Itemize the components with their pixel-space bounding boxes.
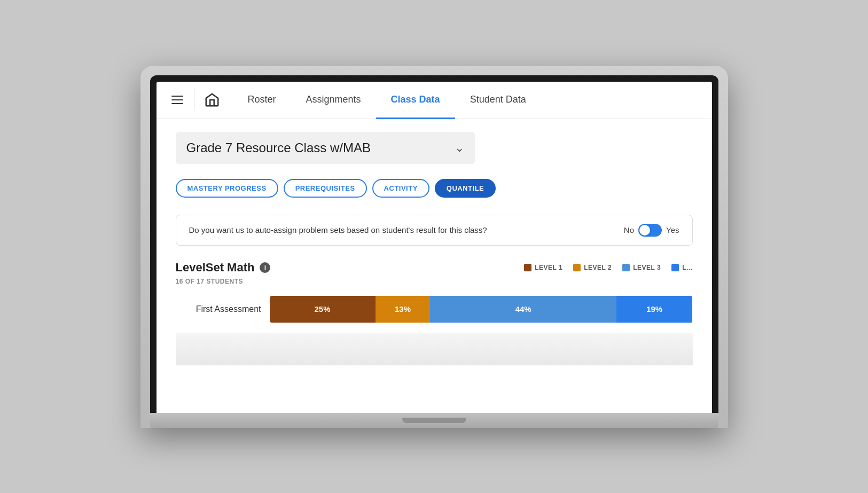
nav-assignments[interactable]: Assignments xyxy=(291,82,376,119)
legend-level3: LEVEL 3 xyxy=(622,264,661,271)
auto-assign-banner: Do you want us to auto-assign problem se… xyxy=(176,215,693,246)
legend-label-level3: LEVEL 3 xyxy=(633,264,661,271)
levelset-subtitle: 16 OF 17 STUDENTS xyxy=(176,278,693,285)
screen-bezel: Roster Assignments Class Data Student Da… xyxy=(150,75,718,413)
legend-label-level4: L... xyxy=(682,264,692,271)
main-content: Grade 7 Resource Class w/MAB ⌄ MASTERY P… xyxy=(157,119,712,378)
chevron-down-icon: ⌄ xyxy=(455,141,464,155)
nav-class-data[interactable]: Class Data xyxy=(376,82,455,119)
chart-row-label: First Assessment xyxy=(176,304,261,314)
nav-links: Roster Assignments Class Data Student Da… xyxy=(233,82,541,119)
toggle-yes-label: Yes xyxy=(666,225,679,234)
legend-dot-level3 xyxy=(622,264,630,271)
home-icon[interactable] xyxy=(204,92,220,108)
hamburger-menu[interactable] xyxy=(167,91,187,108)
bar-segment-3: 44% xyxy=(430,296,616,323)
legend: LEVEL 1 LEVEL 2 LEVEL 3 L... xyxy=(524,264,692,271)
nav-student-data[interactable]: Student Data xyxy=(455,82,541,119)
legend-level4: L... xyxy=(671,264,692,271)
nav-divider xyxy=(194,89,194,111)
bar-segment-1: 25% xyxy=(270,296,376,323)
toggle-wrapper: No Yes xyxy=(624,224,679,237)
tab-activity[interactable]: ACTIVITY xyxy=(372,179,429,198)
nav-roster[interactable]: Roster xyxy=(233,82,291,119)
laptop-base xyxy=(150,413,718,428)
toggle-knob xyxy=(639,225,650,236)
laptop-screen: Roster Assignments Class Data Student Da… xyxy=(157,82,712,413)
legend-level2: LEVEL 2 xyxy=(573,264,612,271)
auto-assign-question: Do you want us to auto-assign problem se… xyxy=(189,225,615,234)
levelset-title-wrap: LevelSet Math i xyxy=(176,261,271,275)
laptop-outer: Roster Assignments Class Data Student Da… xyxy=(140,66,728,428)
class-selector[interactable]: Grade 7 Resource Class w/MAB ⌄ xyxy=(176,132,475,164)
class-selector-text: Grade 7 Resource Class w/MAB xyxy=(186,140,371,155)
info-icon[interactable]: i xyxy=(260,262,270,273)
tab-mastery-progress[interactable]: MASTERY PROGRESS xyxy=(176,179,278,198)
legend-dot-level1 xyxy=(524,264,531,271)
toggle-no-label: No xyxy=(624,225,634,234)
levelset-title: LevelSet Math xyxy=(176,261,255,275)
legend-label-level1: LEVEL 1 xyxy=(535,264,562,271)
tab-prerequisites[interactable]: PREREQUISITES xyxy=(284,179,367,198)
tab-quantile[interactable]: QUANTILE xyxy=(435,179,496,198)
chart-row: First Assessment 25% 13% 44% 19% xyxy=(176,296,693,323)
auto-assign-toggle[interactable] xyxy=(638,224,662,237)
bar-segment-4: 19% xyxy=(616,296,693,323)
legend-label-level2: LEVEL 2 xyxy=(584,264,612,271)
legend-level1: LEVEL 1 xyxy=(524,264,562,271)
legend-dot-level4 xyxy=(671,264,679,271)
legend-dot-level2 xyxy=(573,264,581,271)
bottom-fade xyxy=(176,333,693,365)
nav-bar: Roster Assignments Class Data Student Da… xyxy=(157,82,712,119)
levelset-header: LevelSet Math i LEVEL 1 LEVEL 2 xyxy=(176,261,693,275)
laptop-notch xyxy=(402,418,466,423)
filter-tabs: MASTERY PROGRESS PREREQUISITES ACTIVITY … xyxy=(176,179,693,198)
bar-segment-2: 13% xyxy=(376,296,431,323)
bar-chart: 25% 13% 44% 19% xyxy=(270,296,693,323)
